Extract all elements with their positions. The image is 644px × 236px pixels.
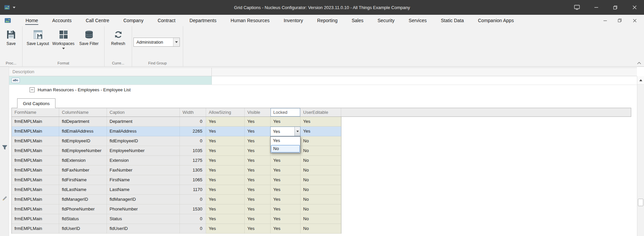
ribbon-tab-contract[interactable]: Contract: [151, 15, 183, 26]
cell-width[interactable]: 0: [180, 136, 206, 146]
cell-columnname[interactable]: fldLastName: [59, 185, 107, 195]
cell-columnname[interactable]: fldEmployeeID: [59, 136, 107, 146]
cell-width[interactable]: 1170: [180, 185, 206, 195]
save-button[interactable]: Save: [1, 29, 21, 46]
cell-allowsizing[interactable]: Yes: [206, 127, 245, 136]
table-row[interactable]: frmEMPLMain fldStatus Status 0 Yes Yes Y…: [12, 214, 341, 224]
dropdown-option-yes[interactable]: Yes: [271, 137, 300, 145]
ribbon-tab-company[interactable]: Company: [116, 15, 151, 26]
cell-visible[interactable]: Yes: [245, 127, 271, 136]
table-row[interactable]: frmEMPLMain fldFirstName FirstName 1065 …: [12, 175, 341, 185]
cell-allowsizing[interactable]: Yes: [206, 195, 245, 204]
cell-formname[interactable]: frmEMPLMain: [12, 166, 59, 175]
cell-visible[interactable]: Yes: [245, 224, 271, 234]
cell-allowsizing[interactable]: Yes: [206, 204, 245, 214]
column-header-allowsizing[interactable]: AllowSizing: [206, 108, 245, 116]
ribbon-tab-departments[interactable]: Departments: [183, 15, 224, 26]
cell-usereditable[interactable]: No: [300, 146, 341, 156]
cell-columnname[interactable]: fldFaxNumber: [59, 166, 107, 175]
cell-caption[interactable]: FirstName: [107, 175, 180, 185]
column-header-usereditable[interactable]: UserEditable: [300, 108, 341, 116]
cell-visible[interactable]: Yes: [245, 185, 271, 195]
cell-width[interactable]: 0: [180, 224, 206, 234]
cell-caption[interactable]: EmailAddress: [107, 127, 180, 136]
cell-caption[interactable]: FaxNumber: [107, 166, 180, 175]
cell-visible[interactable]: Yes: [245, 156, 271, 166]
ribbon-collapse-button[interactable]: [637, 62, 641, 64]
cell-allowsizing[interactable]: Yes: [206, 214, 245, 224]
ribbon-restore-button[interactable]: [612, 15, 627, 26]
cell-visible[interactable]: Yes: [245, 146, 271, 156]
cell-usereditable[interactable]: Yes: [300, 117, 341, 127]
cell-caption[interactable]: LastName: [107, 185, 180, 195]
collapse-group-button[interactable]: [30, 87, 35, 92]
cell-formname[interactable]: frmEMPLMain: [12, 156, 59, 166]
cell-visible[interactable]: Yes: [245, 117, 271, 127]
cell-formname[interactable]: frmEMPLMain: [12, 195, 59, 204]
column-header-caption[interactable]: Caption: [107, 108, 180, 116]
cell-columnname[interactable]: fldUserID: [59, 224, 107, 234]
cell-allowsizing[interactable]: Yes: [206, 224, 245, 234]
cell-usereditable[interactable]: No: [300, 195, 341, 204]
cell-formname[interactable]: frmEMPLMain: [12, 224, 59, 234]
cell-width[interactable]: 1275: [180, 156, 206, 166]
cell-columnname[interactable]: fldFirstName: [59, 175, 107, 185]
cell-formname[interactable]: frmEMPLMain: [12, 127, 59, 136]
cell-caption[interactable]: Extension: [107, 156, 180, 166]
cell-locked[interactable]: Yes: [271, 224, 300, 234]
cell-locked[interactable]: Yes: [271, 214, 300, 224]
cell-formname[interactable]: frmEMPLMain: [12, 204, 59, 214]
description-filter-cell[interactable]: aBc: [9, 76, 212, 85]
ribbon-tab-home[interactable]: Home: [18, 15, 45, 26]
ribbon-tab-inventory[interactable]: Inventory: [277, 15, 310, 26]
cell-width[interactable]: 1065: [180, 175, 206, 185]
cell-locked[interactable]: Yes: [271, 204, 300, 214]
table-row[interactable]: frmEMPLMain fldLastName LastName 1170 Ye…: [12, 185, 341, 195]
cell-formname[interactable]: frmEMPLMain: [12, 214, 59, 224]
cell-allowsizing[interactable]: Yes: [206, 175, 245, 185]
column-header-description[interactable]: Description: [9, 68, 212, 76]
table-row[interactable]: frmEMPLMain fldDepartment Department 0 Y…: [12, 117, 341, 127]
cell-visible[interactable]: Yes: [245, 195, 271, 204]
cell-allowsizing[interactable]: Yes: [206, 117, 245, 127]
vertical-scrollbar[interactable]: [637, 76, 644, 236]
ribbon-tab-static-data[interactable]: Static Data: [434, 15, 471, 26]
cell-allowsizing[interactable]: Yes: [206, 156, 245, 166]
refresh-button[interactable]: Refresh: [106, 29, 131, 46]
cell-allowsizing[interactable]: Yes: [206, 185, 245, 195]
cell-usereditable[interactable]: No: [300, 224, 341, 234]
cell-caption[interactable]: PhoneNumber: [107, 204, 180, 214]
table-row[interactable]: frmEMPLMain fldFaxNumber FaxNumber 1305 …: [12, 166, 341, 175]
cell-width[interactable]: 2265: [180, 127, 206, 136]
cell-width[interactable]: 0: [180, 214, 206, 224]
cell-usereditable[interactable]: No: [300, 214, 341, 224]
cell-width[interactable]: 1305: [180, 166, 206, 175]
cell-columnname[interactable]: fldEmailAddress: [59, 127, 107, 136]
save-filter-button[interactable]: Save Filter: [76, 29, 102, 49]
maximize-restore-button[interactable]: [606, 0, 625, 15]
cell-locked[interactable]: Yes: [271, 185, 300, 195]
tab-grid-captions[interactable]: Grid Captions: [17, 98, 55, 108]
cell-caption[interactable]: fldManagerID: [107, 195, 180, 204]
cell-visible[interactable]: Yes: [245, 175, 271, 185]
cell-columnname[interactable]: fldStatus: [59, 214, 107, 224]
cell-columnname[interactable]: fldPhoneNumber: [59, 204, 107, 214]
cell-locked[interactable]: Yes: [271, 195, 300, 204]
cell-locked[interactable]: Yes: [271, 166, 300, 175]
cell-caption[interactable]: fldEmployeeID: [107, 136, 180, 146]
ribbon-tab-reporting[interactable]: Reporting: [310, 15, 345, 26]
cell-width[interactable]: 1035: [180, 146, 206, 156]
display-icon[interactable]: [567, 0, 587, 15]
cell-caption[interactable]: EmployeeNumber: [107, 146, 180, 156]
table-row[interactable]: frmEMPLMain fldPhoneNumber PhoneNumber 1…: [12, 204, 341, 214]
cell-locked[interactable]: Yes: [271, 175, 300, 185]
ribbon-tab-security[interactable]: Security: [370, 15, 402, 26]
cell-width[interactable]: 0: [180, 195, 206, 204]
locked-cell-editor[interactable]: Yes: [270, 127, 300, 136]
cell-usereditable[interactable]: No: [300, 185, 341, 195]
cell-width[interactable]: 1530: [180, 204, 206, 214]
table-row[interactable]: frmEMPLMain fldExtension Extension 1275 …: [12, 156, 341, 166]
column-header-width[interactable]: Width: [180, 108, 206, 116]
table-row[interactable]: frmEMPLMain fldManagerID fldManagerID 0 …: [12, 195, 341, 204]
cell-caption[interactable]: Status: [107, 214, 180, 224]
